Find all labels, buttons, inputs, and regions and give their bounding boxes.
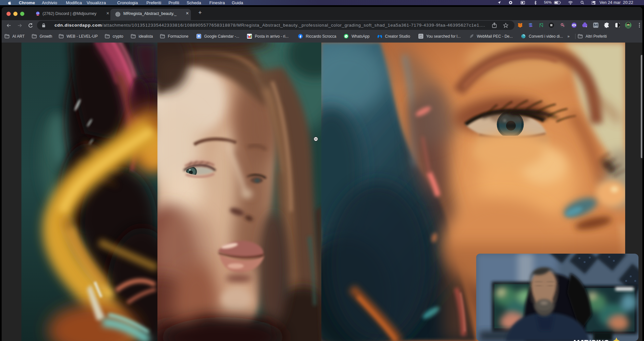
svg-text:s: s xyxy=(586,26,587,28)
svg-text:25+: 25+ xyxy=(37,15,39,16)
svg-text:MJRISING: MJRISING xyxy=(573,339,609,341)
svg-text:31: 31 xyxy=(198,35,200,37)
